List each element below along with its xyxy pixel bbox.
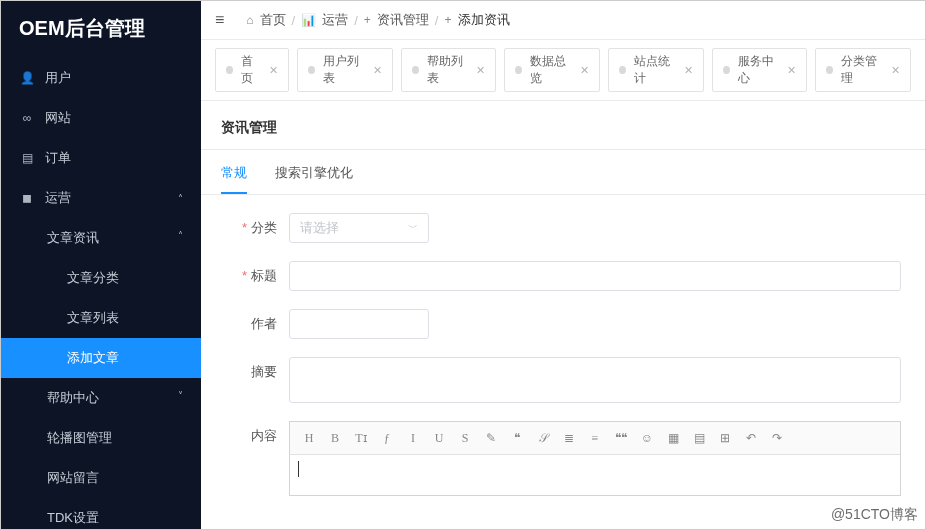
text-cursor [298,461,299,477]
tab-dot-icon [515,66,522,74]
title-input[interactable] [289,261,901,291]
editor-tool-button[interactable]: ⊞ [712,426,738,450]
label-title: 标题 [221,261,277,285]
editor-tool-button[interactable]: ☺ [634,426,660,450]
tab-label: 数据总览 [530,53,572,87]
close-icon[interactable]: ✕ [373,64,382,77]
page-tab[interactable]: 首页✕ [215,48,289,92]
sidebar-item-site[interactable]: ∞ 网站 [1,98,201,138]
editor-tool-button[interactable]: ↷ [764,426,790,450]
tab-dot-icon [308,66,315,74]
page-tab[interactable]: 数据总览✕ [504,48,600,92]
category-select[interactable]: 请选择 ﹀ [289,213,429,243]
inner-tabs: 常规 搜索引擎优化 [201,150,925,195]
sidebar-sub-msg[interactable]: 网站留言 [1,458,201,498]
close-icon[interactable]: ✕ [580,64,589,77]
tab-seo[interactable]: 搜索引擎优化 [275,164,353,194]
tab-label: 帮助列表 [427,53,469,87]
editor-body[interactable] [290,455,900,495]
chevron-down-icon: ˅ [178,390,183,401]
sidebar-sub-tdk[interactable]: TDK设置 [1,498,201,529]
author-input[interactable] [289,309,429,339]
label-summary: 摘要 [221,357,277,381]
list-icon: ▤ [19,151,35,165]
label-category: 分类 [221,213,277,237]
close-icon[interactable]: ✕ [891,64,900,77]
sidebar-item-order[interactable]: ▤ 订单 [1,138,201,178]
topbar: ≡ ⌂ 首页 / 📊 运营 / + 资讯管理 / + 添加资讯 [201,1,925,40]
sidebar-item-label: 网站 [45,109,71,127]
sidebar-item-user[interactable]: 👤 用户 [1,58,201,98]
summary-textarea[interactable] [289,357,901,403]
tab-normal[interactable]: 常规 [221,164,247,194]
rich-text-editor: HBTɪƒIUS✎❝𝒮≣≡❝❝☺▦▤⊞↶↷ [289,421,901,496]
sidebar-item-label: 订单 [45,149,71,167]
editor-tool-button[interactable]: Tɪ [348,426,374,450]
close-icon[interactable]: ✕ [684,64,693,77]
editor-tool-button[interactable]: S [452,426,478,450]
brand-logo: OEM后台管理 [1,1,201,58]
page-tab[interactable]: 服务中心✕ [712,48,808,92]
sidebar-item-label: 帮助中心 [47,390,99,405]
sidebar-sub-carousel[interactable]: 轮播图管理 [1,418,201,458]
editor-tool-button[interactable]: 𝒮 [530,426,556,450]
editor-tool-button[interactable]: ≡ [582,426,608,450]
tab-label: 服务中心 [738,53,780,87]
plus-icon: + [364,13,371,27]
editor-tool-button[interactable]: ❝❝ [608,426,634,450]
sidebar: OEM后台管理 👤 用户 ∞ 网站 ▤ 订单 ◼ 运营 ˄ 文章资讯 ˄ 文章分… [1,1,201,529]
editor-tool-button[interactable]: ▦ [660,426,686,450]
chevron-up-icon: ˄ [178,193,183,204]
link-icon: ∞ [19,111,35,125]
tab-dot-icon [619,66,626,74]
tabs-bar: 首页✕用户列表✕帮助列表✕数据总览✕站点统计✕服务中心✕分类管理✕ [201,40,925,101]
label-content: 内容 [221,421,277,445]
close-icon[interactable]: ✕ [476,64,485,77]
editor-tool-button[interactable]: ❝ [504,426,530,450]
sidebar-subsub-add[interactable]: 添加文章 [1,338,201,378]
editor-tool-button[interactable]: ƒ [374,426,400,450]
tab-dot-icon [826,66,833,74]
editor-tool-button[interactable]: ≣ [556,426,582,450]
page-tab[interactable]: 用户列表✕ [297,48,393,92]
sidebar-item-label: 运营 [45,189,71,207]
page-tab[interactable]: 分类管理✕ [815,48,911,92]
sidebar-item-label: 用户 [45,69,71,87]
sidebar-subsub-cat[interactable]: 文章分类 [1,258,201,298]
editor-tool-button[interactable]: ✎ [478,426,504,450]
crumb-info[interactable]: 资讯管理 [377,11,429,29]
breadcrumb: ⌂ 首页 / 📊 运营 / + 资讯管理 / + 添加资讯 [246,11,509,29]
panel-title: 资讯管理 [201,101,925,150]
menu-toggle-icon[interactable]: ≡ [215,11,224,29]
page-tab[interactable]: 帮助列表✕ [401,48,497,92]
editor-toolbar: HBTɪƒIUS✎❝𝒮≣≡❝❝☺▦▤⊞↶↷ [290,422,900,455]
editor-tool-button[interactable]: H [296,426,322,450]
close-icon[interactable]: ✕ [269,64,278,77]
sidebar-subsub-list[interactable]: 文章列表 [1,298,201,338]
watermark: @51CTO博客 [831,506,918,524]
tab-label: 首页 [241,53,261,87]
crumb-home[interactable]: 首页 [260,11,286,29]
tab-dot-icon [412,66,419,74]
form: 分类 请选择 ﹀ 标题 作者 摘要 内容 HBTɪƒIU [201,195,925,530]
sidebar-sub-article[interactable]: 文章资讯 ˄ [1,218,201,258]
close-icon[interactable]: ✕ [787,64,796,77]
sidebar-item-ops[interactable]: ◼ 运营 ˄ [1,178,201,218]
editor-tool-button[interactable]: ↶ [738,426,764,450]
crumb-ops[interactable]: 运营 [322,11,348,29]
plus-icon: + [444,13,451,27]
home-icon: ⌂ [246,13,253,27]
user-icon: 👤 [19,71,35,85]
editor-tool-button[interactable]: I [400,426,426,450]
editor-tool-button[interactable]: U [426,426,452,450]
chevron-down-icon: ﹀ [408,221,418,235]
sidebar-item-label: 文章资讯 [47,230,99,245]
page-tab[interactable]: 站点统计✕ [608,48,704,92]
editor-tool-button[interactable]: ▤ [686,426,712,450]
tab-dot-icon [226,66,233,74]
tab-label: 站点统计 [634,53,676,87]
sidebar-sub-help[interactable]: 帮助中心 ˅ [1,378,201,418]
editor-tool-button[interactable]: B [322,426,348,450]
label-author: 作者 [221,309,277,333]
tab-dot-icon [723,66,730,74]
